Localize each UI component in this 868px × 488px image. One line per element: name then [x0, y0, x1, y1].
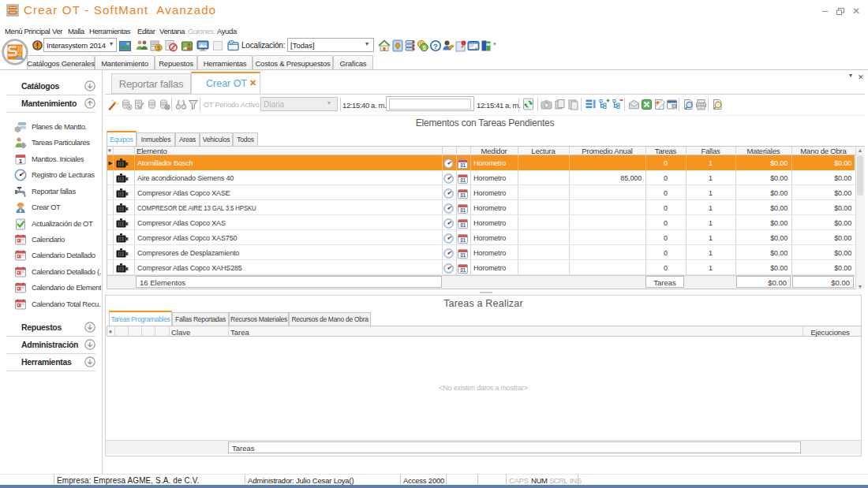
svg-text:31: 31 [460, 237, 466, 243]
svg-text:31: 31 [460, 162, 466, 168]
svg-text:31: 31 [460, 222, 466, 228]
svg-text:31: 31 [460, 177, 466, 183]
svg-text:31: 31 [460, 207, 466, 213]
svg-text:31: 31 [460, 267, 466, 273]
svg-text:31: 31 [460, 192, 466, 198]
svg-text:31: 31 [460, 252, 466, 258]
svg-text:?: ? [433, 42, 438, 50]
svg-text:1: 1 [19, 158, 23, 165]
svg-text:TXT: TXT [672, 105, 676, 108]
